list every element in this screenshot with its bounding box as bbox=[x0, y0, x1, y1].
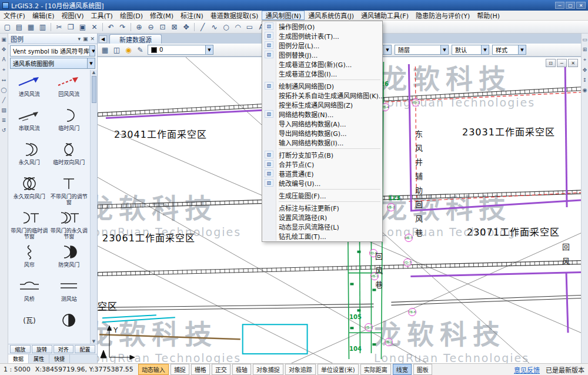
zoom-window-icon[interactable]: ⊡ bbox=[157, 22, 168, 32]
network-node[interactable]: VB-7 bbox=[405, 234, 413, 242]
menu-item[interactable]: 点标注与标注更新(F) bbox=[263, 203, 382, 213]
symbol-library-select[interactable]: Vent symbol lib 通风符号库▼ bbox=[10, 45, 95, 57]
legend-footer-button[interactable]: 缩放 bbox=[10, 345, 31, 353]
close-button[interactable]: ✕ bbox=[568, 59, 578, 67]
legend-footer-button[interactable]: 对齐 bbox=[54, 345, 74, 353]
menu-item[interactable]: 导入网络结构数据(A)... bbox=[263, 119, 382, 128]
linetype-combo[interactable]: 随层▼ bbox=[395, 45, 449, 55]
menu-item[interactable]: ▧图例替换(J)... bbox=[263, 50, 382, 59]
legend-symbol[interactable]: 串联风流 bbox=[9, 105, 49, 140]
redo-icon[interactable]: ↷ bbox=[117, 22, 128, 32]
status-toggle[interactable]: 线宽 bbox=[393, 364, 412, 375]
layer-combo[interactable]: 0▼ bbox=[148, 45, 213, 55]
select-icon[interactable]: ▣ bbox=[1, 36, 6, 42]
menu-item[interactable]: ▧绘制通风网络图(D) bbox=[263, 81, 382, 91]
menu-item[interactable]: 动态显示风流路径(L) bbox=[263, 222, 382, 231]
menu-item[interactable]: ▧操作图例(O) bbox=[263, 22, 382, 31]
status-toggle[interactable]: 图板 bbox=[413, 364, 432, 375]
undo-icon[interactable]: ↶ bbox=[105, 22, 116, 32]
network-node[interactable]: VD-1 bbox=[412, 98, 420, 107]
menu-item[interactable]: 帮助(H) bbox=[473, 11, 503, 20]
legend-symbol[interactable]: 测风站 bbox=[49, 276, 89, 310]
legend-footer-button[interactable]: 旋转 bbox=[32, 345, 52, 353]
pen-icon[interactable]: ✎ bbox=[135, 45, 146, 55]
pan-icon[interactable]: ✥ bbox=[2, 47, 6, 52]
scrollbar-thumb[interactable] bbox=[92, 76, 96, 103]
layers-icon[interactable]: ≣ bbox=[2, 117, 6, 123]
menu-item[interactable]: 标注(N) bbox=[177, 11, 207, 20]
menu-item[interactable]: 隐患防治与评价(Y) bbox=[412, 11, 473, 20]
legend-symbol[interactable]: 带风门的临时调节窗 bbox=[9, 208, 49, 242]
status-toggle[interactable]: 对象追踪 bbox=[285, 364, 316, 375]
legend-symbol[interactable]: 永久风门 bbox=[9, 140, 49, 174]
menu-item[interactable]: ▧生成图例统计表(T)... bbox=[263, 31, 382, 41]
menu-item[interactable]: 工具(T) bbox=[88, 11, 116, 20]
menu-item[interactable]: 设置风流路径(R) bbox=[263, 213, 382, 222]
legend-symbol[interactable] bbox=[49, 310, 89, 344]
legend-symbol[interactable]: 带风门的永久调节窗 bbox=[49, 208, 89, 242]
menu-item[interactable]: ▧打断分支加节点(B) bbox=[263, 150, 382, 160]
close-button[interactable]: ✕ bbox=[576, 2, 586, 9]
network-node[interactable]: VB-1 bbox=[365, 323, 373, 331]
line-icon[interactable]: ╱ bbox=[2, 97, 5, 103]
zoom-out-icon[interactable]: ⊖ bbox=[145, 22, 156, 32]
network-node[interactable]: YB-1 bbox=[385, 338, 393, 346]
close-icon[interactable]: ✕ bbox=[90, 36, 95, 42]
legend-symbol[interactable]: (瓦) bbox=[9, 310, 49, 344]
menu-item[interactable]: 生成巷道立体图(新)(G)... bbox=[263, 59, 382, 69]
legend-symbol[interactable]: 进风风流 bbox=[9, 71, 49, 105]
legend-scrollbar[interactable]: ▲▼ bbox=[90, 70, 97, 344]
menu-item[interactable]: 视图(V) bbox=[58, 11, 87, 20]
menu-item[interactable]: 绘图(D) bbox=[116, 11, 146, 20]
datasource-icon[interactable]: ▦ bbox=[99, 45, 111, 55]
dropdown-icon[interactable]: ▾ bbox=[78, 36, 81, 42]
zoom-in-icon[interactable]: ⊕ bbox=[133, 22, 145, 32]
menu-item[interactable]: ▧图例分层(L)... bbox=[263, 41, 382, 50]
scroll-up-icon[interactable]: ▲ bbox=[92, 70, 95, 75]
network-node[interactable]: YB-6 bbox=[408, 308, 416, 316]
legend-tab[interactable]: 快捷 bbox=[49, 354, 70, 363]
restore-button[interactable]: ⊡ bbox=[546, 59, 556, 67]
menu-item[interactable]: 通风制图(N) bbox=[262, 11, 305, 20]
lineweight-combo[interactable]: 默认▼ bbox=[452, 45, 489, 55]
legend-symbol[interactable]: 风帘 bbox=[9, 242, 49, 276]
minimize-button[interactable]: ─ bbox=[555, 2, 564, 9]
circle-icon[interactable]: ○ bbox=[220, 22, 232, 32]
status-toggle[interactable]: 单位设置(米) bbox=[318, 364, 359, 375]
menu-item[interactable]: ▧合并节点(C) bbox=[263, 160, 382, 169]
pan-icon[interactable]: ✥ bbox=[583, 67, 587, 73]
grid-icon[interactable]: ⊞ bbox=[583, 47, 587, 52]
target-icon[interactable]: ◉ bbox=[583, 87, 587, 93]
rectangle-icon[interactable]: ▭ bbox=[244, 22, 255, 32]
maximize-button[interactable]: ▢ bbox=[566, 2, 575, 9]
status-toggle[interactable]: 实际距离 bbox=[360, 364, 391, 375]
polyline-icon[interactable]: ∿ bbox=[209, 22, 220, 32]
pin-icon[interactable]: ▣ bbox=[83, 36, 88, 42]
feedback-link[interactable]: 意见反馈 bbox=[514, 365, 540, 374]
status-toggle[interactable]: 动态输入 bbox=[138, 364, 169, 375]
menu-item[interactable]: 按拓扑关系自动生成通风网络图(K)... bbox=[263, 91, 382, 100]
document-tab[interactable]: 新建数据源 bbox=[109, 34, 162, 44]
bulb-icon[interactable]: ◉ bbox=[123, 45, 134, 55]
table-icon[interactable]: ◫ bbox=[111, 45, 122, 55]
delete-icon[interactable]: ✕ bbox=[89, 22, 100, 32]
arc-icon[interactable]: ◠ bbox=[232, 22, 243, 32]
status-toggle[interactable]: 极轴 bbox=[232, 364, 251, 375]
menu-item[interactable]: 修改(M) bbox=[146, 11, 177, 20]
menu-item[interactable]: 通风系统仿真(J) bbox=[305, 11, 358, 20]
line-icon[interactable]: ╱ bbox=[197, 22, 208, 32]
new-icon[interactable]: ▢ bbox=[2, 22, 13, 32]
legend-footer-button[interactable]: 配置 bbox=[75, 345, 95, 353]
menu-item[interactable]: 生成巷道立体图(I)... bbox=[263, 69, 382, 78]
rotate-icon[interactable]: ↺ bbox=[2, 127, 6, 133]
menu-item[interactable]: 生成压能图(F)... bbox=[263, 191, 382, 200]
status-toggle[interactable]: 对象捕捉 bbox=[253, 364, 283, 375]
minimize-button[interactable]: ─ bbox=[557, 59, 567, 67]
snap-icon[interactable]: ⌖ bbox=[583, 57, 586, 63]
menu-item[interactable]: ▧网络结构数据(N)... bbox=[263, 109, 382, 119]
open-icon[interactable]: ▤ bbox=[14, 22, 25, 32]
cut-icon[interactable]: ✂ bbox=[54, 22, 65, 32]
tab-scroll-left-button[interactable]: ◀ bbox=[99, 35, 107, 43]
legend-symbol[interactable]: 防突风门 bbox=[49, 242, 89, 276]
status-toggle[interactable]: 栅格 bbox=[191, 364, 210, 375]
